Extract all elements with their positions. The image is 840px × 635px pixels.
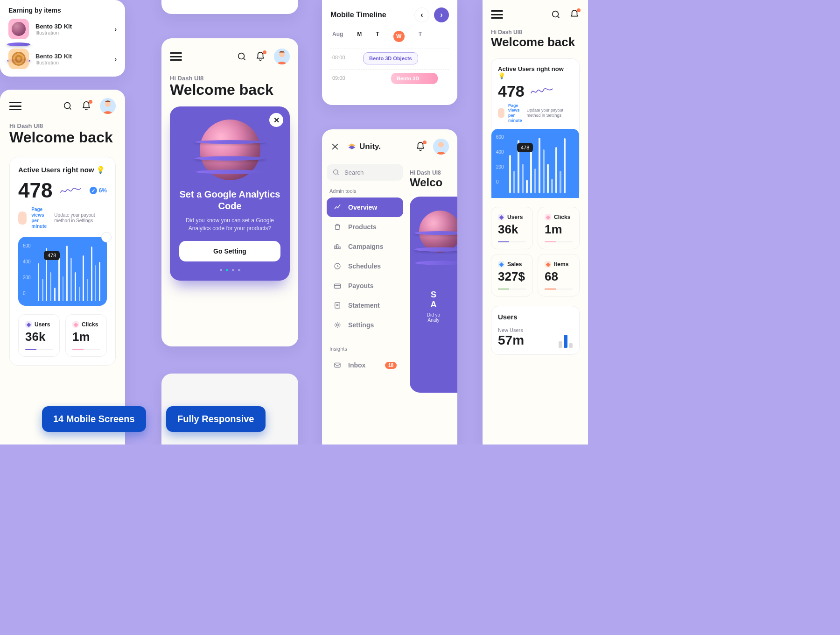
day-w[interactable]: W [393, 31, 405, 42]
nav-settings[interactable]: Settings [327, 315, 403, 335]
nav-overview[interactable]: Overview [327, 198, 403, 217]
peek-title: Welco [410, 176, 457, 189]
svg-point-2 [105, 101, 111, 107]
close-icon[interactable]: ✕ [101, 232, 112, 242]
active-users-card: Active Users right now 💡 478 ✓ 6% Page v… [9, 157, 116, 366]
avatar[interactable] [274, 49, 290, 64]
chip-responsive: Fully Responsive [166, 406, 266, 432]
users-card: Users New Users 57m [491, 306, 580, 355]
close-icon[interactable] [330, 141, 340, 152]
svg-point-3 [238, 53, 245, 59]
hero-card: ✕ Set a Google Analytics Code Did you kn… [170, 106, 290, 281]
stat-items[interactable]: ◆Items68 [538, 254, 580, 296]
timeline-card: Mobile Timeline ‹ › Aug M T W T 08:00 09… [322, 0, 457, 105]
nav-payouts[interactable]: Payouts [327, 276, 403, 296]
item-thumb [8, 19, 29, 39]
nav-inbox[interactable]: Inbox18 [327, 355, 403, 375]
earning-item[interactable]: Bento 3D Kit Illustration › [8, 44, 117, 74]
svg-point-0 [64, 103, 70, 109]
right-active-users: Active Users right now 💡 478 Page views … [491, 58, 580, 198]
search-icon[interactable] [237, 51, 247, 62]
stat-users[interactable]: ◆Users 36k [18, 314, 60, 357]
inbox-count: 18 [385, 362, 397, 369]
menu-icon[interactable] [170, 52, 182, 61]
item-thumb [8, 49, 29, 69]
search-icon[interactable] [63, 101, 73, 111]
bell-icon[interactable] [569, 9, 580, 20]
search-icon [332, 169, 340, 176]
logo-icon [347, 142, 357, 151]
nav-statement[interactable]: Statement [327, 296, 403, 315]
right-dashboard: Hi Dash UI8 Welcome back Active Users ri… [483, 0, 588, 444]
views-label: Page views per minute [31, 207, 49, 229]
trend-badge: ✓ 6% [90, 187, 107, 194]
chevron-right-icon[interactable]: › [115, 56, 117, 63]
stat-clicks[interactable]: ◆Clicks1m [538, 207, 580, 249]
center-screen: Hi Dash UI8 Welcome back ✕ Set a Google … [161, 38, 298, 346]
svg-point-15 [336, 324, 339, 326]
timeline-event[interactable]: Bento 3D [391, 73, 438, 84]
nav-campaigns[interactable]: Campaigns [327, 237, 403, 256]
item-sub: Illustration [35, 30, 72, 35]
bell-icon[interactable] [255, 51, 266, 62]
hero-illustration [200, 120, 260, 180]
search-placeholder: Search [344, 169, 364, 176]
greeting: Hi Dash UI8 [9, 122, 116, 129]
earning-heading: Earning by items [8, 7, 117, 14]
item-sub: Illustration [35, 60, 72, 65]
page-title: Welcome back [9, 129, 116, 146]
pager-dots[interactable] [179, 269, 280, 271]
close-icon[interactable]: ✕ [269, 113, 283, 127]
search-icon[interactable] [551, 9, 561, 20]
earning-item[interactable]: Bento 3D Kit Illustration › [8, 14, 117, 44]
stat-sales[interactable]: ◆Sales327$ [491, 254, 533, 296]
prev-button[interactable]: ‹ [414, 7, 429, 22]
au-count: 478 [18, 179, 52, 202]
stat-users[interactable]: ◆Users36k [491, 207, 533, 249]
month-label: Aug [332, 31, 343, 42]
nav-products[interactable]: Products [327, 217, 403, 237]
chevron-right-icon[interactable]: › [115, 26, 117, 33]
menu-icon[interactable] [9, 102, 21, 110]
chip-screens: 14 Mobile Screens [42, 406, 146, 432]
earning-card: Earning by items Bento 3D Kit Illustrati… [0, 0, 125, 77]
chart-tooltip: 478 [44, 251, 60, 260]
svg-point-5 [279, 52, 285, 57]
left-dashboard: Hi Dash UI8 Welcome back Active Users ri… [0, 90, 125, 444]
go-setting-button[interactable]: Go Setting [179, 241, 280, 261]
payout-hint: Update your payout method in Settings [54, 212, 107, 224]
svg-point-7 [438, 142, 444, 148]
stat-clicks[interactable]: ◆Clicks 1m [65, 314, 107, 357]
item-name: Bento 3D Kit [35, 23, 72, 30]
next-button[interactable]: › [434, 7, 449, 22]
nav-group: Admin tools [329, 188, 400, 194]
day-t[interactable]: T [376, 31, 379, 42]
bell-icon[interactable] [81, 101, 91, 111]
svg-point-17 [553, 11, 559, 17]
item-name: Bento 3D Kit [35, 53, 72, 60]
svg-rect-16 [335, 363, 340, 367]
hero-desc: Did you know you can set a Google Analyt… [179, 217, 280, 233]
day-th[interactable]: T [419, 31, 422, 42]
timeline-title: Mobile Timeline [330, 11, 386, 19]
svg-rect-9 [335, 246, 336, 249]
views-chart: ✕ 600 400 200 0 478 [18, 237, 107, 306]
svg-point-8 [334, 170, 338, 174]
avatar[interactable] [100, 98, 116, 114]
greeting: Hi Dash UI8 [170, 75, 290, 82]
timeline-event[interactable]: Bento 3D Objects [363, 52, 418, 64]
hero-title: Set a Google Analytics Code [179, 189, 280, 212]
page-title: Welcome back [170, 82, 290, 98]
au-heading: Active Users right now [18, 166, 94, 174]
views-icon [18, 212, 27, 225]
svg-rect-11 [339, 247, 340, 249]
search-field[interactable]: Search [327, 164, 403, 181]
svg-rect-14 [335, 303, 340, 308]
avatar[interactable] [433, 139, 449, 155]
sidebar-screen: Unity. Search Admin tools Overview Produ… [322, 129, 457, 444]
menu-icon[interactable] [491, 10, 503, 19]
bell-icon[interactable] [415, 141, 426, 152]
brand: Unity. [347, 142, 381, 151]
nav-schedules[interactable]: Schedules [327, 256, 403, 276]
day-m[interactable]: M [357, 31, 362, 42]
